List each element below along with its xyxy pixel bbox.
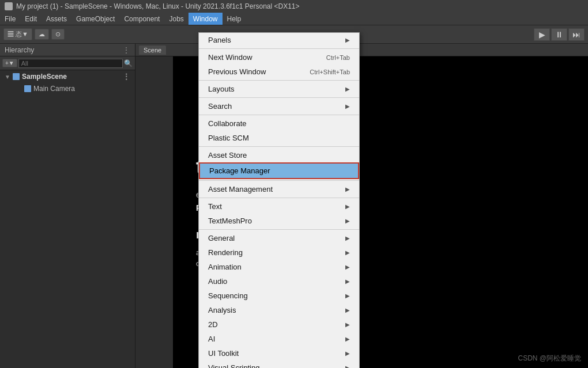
dd-arrow-icon-21: ▶: [345, 249, 350, 256]
title-bar: My project (1) - SampleScene - Windows, …: [0, 0, 588, 13]
dd-label-10: Plastic SCM: [208, 134, 350, 142]
dd-item-collaborate[interactable]: Collaborate: [199, 116, 359, 131]
dd-label-26: 2D: [208, 320, 345, 329]
scene-label: SampleScene: [22, 73, 67, 81]
dd-item-animation[interactable]: Animation▶: [199, 260, 359, 274]
dd-item-asset-management[interactable]: Asset Management▶: [199, 182, 359, 196]
dd-arrow-icon-17: ▶: [345, 203, 350, 210]
camera-icon: [24, 85, 31, 92]
dd-label-15: Asset Management: [208, 185, 345, 194]
dd-label-0: Panels: [208, 36, 345, 44]
dd-arrow-icon-22: ▶: [345, 264, 350, 270]
dd-shortcut-3: Ctrl+Shift+Tab: [310, 69, 350, 75]
hierarchy-more-icon[interactable]: ⋮: [122, 45, 130, 55]
menu-jobs[interactable]: Jobs: [164, 13, 188, 25]
dd-item-ui-toolkit[interactable]: UI Toolkit▶: [199, 346, 359, 361]
dd-item-search[interactable]: Search▶: [199, 99, 359, 113]
dd-item-analysis[interactable]: Analysis▶: [199, 303, 359, 317]
dd-label-5: Layouts: [208, 85, 345, 93]
menu-gameobject[interactable]: GameObject: [71, 13, 119, 25]
dd-item-asset-store[interactable]: Asset Store: [199, 148, 359, 162]
hierarchy-header: Hierarchy ⋮: [0, 44, 135, 56]
dd-separator-1: [199, 48, 359, 49]
dd-label-22: Animation: [208, 263, 345, 271]
dd-arrow-icon-7: ▶: [345, 103, 350, 109]
dd-item-audio[interactable]: Audio▶: [199, 274, 359, 289]
dd-separator-19: [199, 229, 359, 230]
dd-item-previous-window[interactable]: Previous WindowCtrl+Shift+Tab: [199, 65, 359, 79]
dd-shortcut-2: Ctrl+Tab: [326, 54, 350, 61]
dd-label-25: Analysis: [208, 306, 345, 314]
hierarchy-add-button[interactable]: +▼: [2, 59, 17, 67]
dd-label-7: Search: [208, 102, 345, 111]
dd-separator-11: [199, 146, 359, 147]
hierarchy-title: Hierarchy: [5, 46, 34, 54]
dd-arrow-icon-26: ▶: [345, 321, 350, 328]
dd-item-text[interactable]: Text▶: [199, 199, 359, 214]
menu-window[interactable]: Window: [189, 13, 223, 25]
hierarchy-panel: Hierarchy ⋮ +▼ 🔍 ▼ SampleScene ⋮ Main Ca…: [0, 44, 135, 368]
menu-help[interactable]: Help: [223, 13, 246, 25]
dd-item-2d[interactable]: 2D▶: [199, 317, 359, 332]
cloud-button[interactable]: ☁: [35, 29, 49, 40]
dd-item-layouts[interactable]: Layouts▶: [199, 82, 359, 96]
scene-expand-arrow: ▼: [5, 74, 10, 80]
dd-label-29: Visual Scripting: [208, 363, 345, 368]
menu-bar: File Edit Assets GameObject Component Jo…: [0, 13, 588, 25]
dd-item-textmeshpro[interactable]: TextMeshPro▶: [199, 214, 359, 228]
hierarchy-header-left: Hierarchy: [5, 46, 34, 54]
step-button[interactable]: ⏭: [568, 28, 585, 41]
hierarchy-search-icon[interactable]: 🔍: [124, 59, 133, 67]
dd-item-next-window[interactable]: Next WindowCtrl+Tab: [199, 50, 359, 65]
dd-separator-6: [199, 97, 359, 98]
menu-edit[interactable]: Edit: [20, 13, 42, 25]
dd-arrow-icon-28: ▶: [345, 350, 350, 356]
dd-item-plastic-scm[interactable]: Plastic SCM: [199, 131, 359, 145]
dd-label-28: UI Toolkit: [208, 349, 345, 358]
title-text: My project (1) - SampleScene - Windows, …: [16, 2, 300, 10]
dd-item-sequencing[interactable]: Sequencing▶: [199, 289, 359, 303]
dd-label-18: TextMeshPro: [208, 217, 345, 225]
layers-button[interactable]: ☰ 态▼: [3, 28, 32, 40]
menu-file[interactable]: File: [0, 13, 20, 25]
dd-arrow-icon-27: ▶: [345, 336, 350, 342]
dd-item-visual-scripting[interactable]: Visual Scripting▶: [199, 361, 359, 368]
hierarchy-search-input[interactable]: [18, 59, 123, 68]
dd-separator-8: [199, 115, 359, 115]
dd-label-3: Previous Window: [208, 67, 310, 76]
menu-assets[interactable]: Assets: [42, 13, 71, 25]
play-controls: ▶ ⏸ ⏭: [534, 28, 585, 41]
dd-item-panels[interactable]: Panels▶: [199, 33, 359, 47]
dd-arrow-icon-23: ▶: [345, 278, 350, 284]
unity-logo-icon: [5, 2, 13, 10]
pause-button[interactable]: ⏸: [551, 28, 567, 41]
dd-arrow-icon-0: ▶: [345, 37, 350, 43]
hierarchy-toolbar: +▼ 🔍: [0, 56, 135, 70]
dd-arrow-icon-29: ▶: [345, 365, 350, 368]
dd-arrow-icon-25: ▶: [345, 307, 350, 313]
dd-label-21: Rendering: [208, 248, 345, 257]
dd-label-2: Next Window: [208, 53, 326, 62]
dd-label-27: AI: [208, 335, 345, 343]
play-button[interactable]: ▶: [534, 28, 550, 41]
dd-separator-4: [199, 80, 359, 81]
scene-icon: [13, 73, 20, 80]
menu-component[interactable]: Component: [119, 13, 164, 25]
hierarchy-scene-item[interactable]: ▼ SampleScene ⋮: [0, 70, 135, 83]
dd-separator-14: [199, 180, 359, 181]
hierarchy-camera-item[interactable]: Main Camera: [0, 83, 135, 94]
account-button[interactable]: ⊙: [51, 29, 65, 40]
dd-arrow-icon-24: ▶: [345, 293, 350, 299]
dd-item-ai[interactable]: AI▶: [199, 332, 359, 346]
scene-tab[interactable]: Scene: [139, 45, 166, 55]
window-dropdown-menu: Panels▶Next WindowCtrl+TabPrevious Windo…: [198, 32, 360, 368]
dd-arrow-icon-18: ▶: [345, 218, 350, 224]
dd-item-package-manager[interactable]: Package Manager: [199, 162, 359, 179]
dd-item-rendering[interactable]: Rendering▶: [199, 245, 359, 260]
dd-label-13: Package Manager: [209, 166, 349, 175]
dd-arrow-icon-15: ▶: [345, 186, 350, 192]
scene-more-icon[interactable]: ⋮: [122, 72, 130, 81]
dd-label-23: Audio: [208, 277, 345, 286]
dd-item-general[interactable]: General▶: [199, 231, 359, 245]
camera-label: Main Camera: [33, 85, 75, 93]
